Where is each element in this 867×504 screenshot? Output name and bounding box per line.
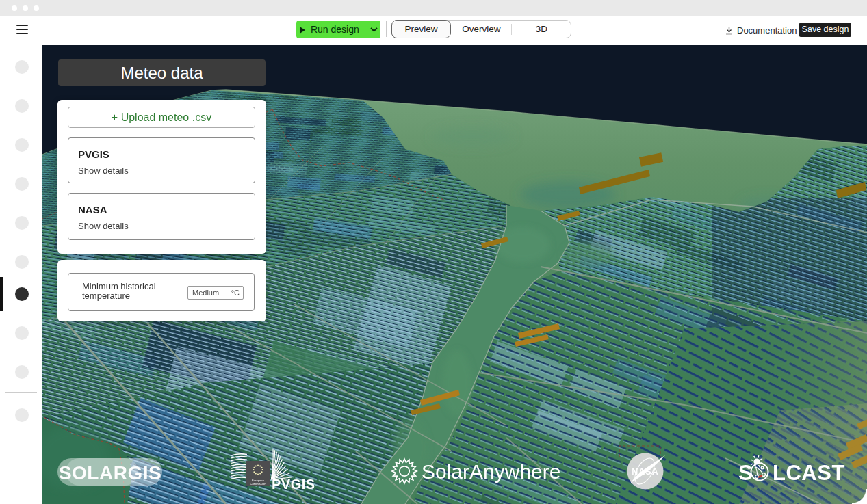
svg-text:European: European xyxy=(252,479,265,482)
svg-text:LCAST: LCAST xyxy=(773,461,845,485)
svg-text:SolarAnywhere: SolarAnywhere xyxy=(422,460,560,483)
svg-text:PVGIS: PVGIS xyxy=(272,477,315,492)
svg-text:SOLARGIS: SOLARGIS xyxy=(59,462,161,483)
svg-text:Commission: Commission xyxy=(250,482,266,486)
